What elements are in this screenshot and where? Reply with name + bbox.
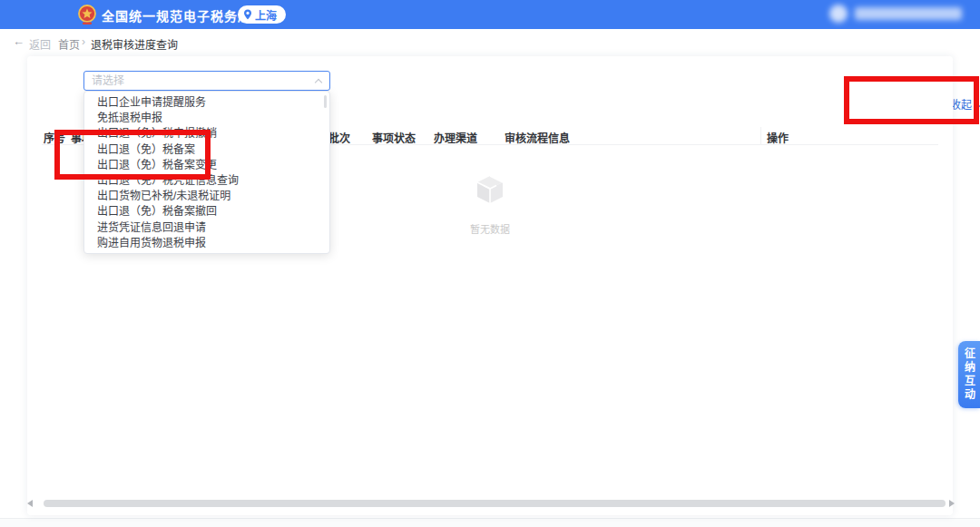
dropdown-option[interactable]: 出口货物已补税/未退税证明 <box>84 189 329 204</box>
app-title: 全国统一规范电子税务局 <box>102 6 251 24</box>
col-header-action: 操作 <box>767 130 789 145</box>
etax-refund-progress-page: 事项名称 *申请时间 2025-07-01 至 2025-07-22 所属期/申… <box>0 0 980 527</box>
side-tab-label: 征纳互动 <box>962 347 977 402</box>
dropdown-option[interactable]: 免抵退税申报 <box>84 111 329 126</box>
tax-interaction-side-tab[interactable]: 征纳互动 <box>958 341 980 408</box>
breadcrumb: ← 返回 首页 › 退税审核进度查询 <box>0 29 980 54</box>
dropdown-option[interactable]: 出口企业申请提醒服务 <box>84 95 329 111</box>
location-name: 上海 <box>255 7 277 23</box>
annotation-box-dropdown <box>54 130 211 180</box>
breadcrumb-separator: › <box>82 35 85 48</box>
location-badge[interactable]: 上海 <box>238 5 286 24</box>
col-header-status: 事项状态 <box>372 130 416 145</box>
col-header-process: 审核流程信息 <box>505 130 570 145</box>
breadcrumb-current: 退税审核进度查询 <box>91 36 178 52</box>
location-pin-icon <box>243 9 252 20</box>
empty-state: 暂无数据 <box>445 172 535 236</box>
tax-emblem-icon <box>76 4 98 25</box>
breadcrumb-back[interactable]: 返回 <box>29 36 51 52</box>
app-header: 全国统一规范电子税务局 上海 <box>0 0 980 29</box>
account-info-redacted[interactable] <box>829 5 962 23</box>
breadcrumb-home[interactable]: 首页 <box>58 36 80 52</box>
dropdown-scrollbar-thumb[interactable] <box>324 95 327 108</box>
empty-state-text: 暂无数据 <box>445 221 535 236</box>
annotation-box-buttons <box>844 76 979 124</box>
item-name-input[interactable] <box>84 72 329 90</box>
account-name-blurred <box>855 7 962 20</box>
column-divider <box>760 127 761 145</box>
dropdown-option[interactable]: 进货凭证信息回退申请 <box>84 220 329 236</box>
item-name-select[interactable] <box>83 71 330 91</box>
horizontal-scrollbar[interactable] <box>44 500 946 507</box>
dropdown-option[interactable]: 出口退（免）税备案撤回 <box>84 204 329 220</box>
col-header-channel: 办理渠道 <box>434 130 477 145</box>
back-arrow-icon[interactable]: ← <box>13 34 24 48</box>
dropdown-option[interactable]: 购进自用货物退税申报 <box>84 236 329 251</box>
scroll-left-icon[interactable] <box>27 500 33 507</box>
empty-box-icon <box>472 172 508 209</box>
avatar <box>829 5 848 23</box>
page-footer-strip <box>0 518 980 527</box>
scroll-right-icon[interactable] <box>949 500 955 507</box>
